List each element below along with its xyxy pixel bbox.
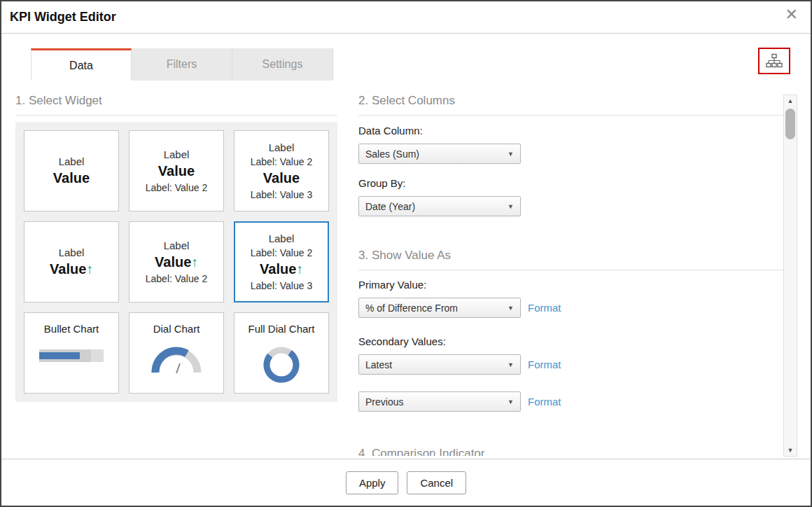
widget-card-line: Label [164,239,190,251]
vertical-scrollbar[interactable]: ▲ ▼ [783,95,797,457]
caret-down-icon: ▼ [507,203,514,210]
widget-card-line: Label: Value 2 [251,156,312,167]
widget-card-value: Value [260,261,296,277]
bullet-chart-icon [39,349,104,363]
up-arrow-icon: ↑ [191,255,198,270]
widget-card-bullet-chart[interactable]: Bullet Chart [24,312,119,394]
hierarchy-view-button[interactable] [758,48,790,74]
widget-grid: Label Value Label Value Label: Value 2 L… [15,122,337,402]
caret-down-icon: ▼ [507,305,514,312]
selected-value: Previous [365,396,507,408]
primary-value-label: Primary Value: [358,279,426,291]
selected-value: Sales (Sum) [365,148,507,160]
full-dial-chart-icon [261,345,302,385]
caret-down-icon: ▼ [507,361,514,368]
widget-card-line: Value↑ [260,261,303,277]
widget-card-line: Value [158,163,195,179]
dial-chart-icon [150,345,202,375]
secondary-value-1-select[interactable]: Latest ▼ [358,354,521,375]
widget-card-line: Label [269,232,295,244]
secondary-value-2-select[interactable]: Previous ▼ [358,391,521,412]
dialog-footer: Apply Cancel [1,459,811,506]
title-bar: KPI Widget Editor ✕ [1,1,811,34]
widget-card-value: Value [50,261,86,277]
selected-value: Latest [365,359,507,370]
scrollbar-thumb[interactable] [785,109,795,139]
widget-card-two-subs[interactable]: Label Label: Value 2 Value Label: Value … [234,130,329,211]
secondary-values-label: Secondary Values: [358,335,446,347]
widget-card-two-subs-arrow-selected[interactable]: Label Label: Value 2 Value↑ Label: Value… [234,221,329,303]
widget-card-label-value-arrow[interactable]: Label Value↑ [24,221,119,303]
widget-card-line: Value↑ [155,254,198,270]
selected-value: % of Difference From [365,303,507,314]
widget-card-line: Label: Value 2 [146,273,207,284]
data-column-select[interactable]: Sales (Sum) ▼ [358,144,521,164]
group-by-select[interactable]: Date (Year) ▼ [358,196,521,216]
kpi-widget-editor-dialog: KPI Widget Editor ✕ Data Filters Setting… [0,0,812,507]
widget-card-line: Label [59,246,85,258]
scroll-up-icon[interactable]: ▲ [784,95,797,106]
widget-card-dial-chart[interactable]: Dial Chart [129,312,224,394]
widget-card-full-dial-chart[interactable]: Full Dial Chart [234,312,329,394]
sitemap-icon [765,53,783,69]
widget-card-line: Label: Value 3 [251,280,312,291]
secondary-format-2-link[interactable]: Format [528,396,561,408]
widget-card-title: Full Dial Chart [248,323,314,335]
dialog-title: KPI Widget Editor [10,10,116,25]
widget-card-line: Label [164,148,190,160]
scroll-down-icon[interactable]: ▼ [784,445,797,456]
tab-settings[interactable]: Settings [232,48,333,81]
widget-card-line: Value [53,170,90,186]
caret-down-icon: ▼ [507,398,514,405]
widget-card-line: Label: Value 2 [146,182,207,193]
widget-card-label-value-arrow-sub[interactable]: Label Value↑ Label: Value 2 [129,221,224,303]
widget-card-label-value-sub[interactable]: Label Value Label: Value 2 [129,130,224,211]
caret-down-icon: ▼ [507,151,514,158]
cancel-button[interactable]: Cancel [407,471,466,494]
data-column-label: Data Column: [358,125,423,137]
apply-button[interactable]: Apply [346,471,399,494]
selected-value: Date (Year) [365,201,507,212]
show-value-as-heading: 3. Show Value As [358,249,784,270]
widget-card-line: Label: Value 3 [251,189,312,200]
widget-card-line: Label: Value 2 [251,247,312,258]
up-arrow-icon: ↑ [86,262,93,277]
comparison-indicator-heading: 4. Comparison Indicator [358,447,784,456]
primary-value-select[interactable]: % of Difference From ▼ [358,298,521,318]
widget-card-title: Bullet Chart [44,323,99,335]
widget-card-line: Value [263,170,300,186]
widget-card-line: Label [59,155,85,167]
primary-format-link[interactable]: Format [528,302,561,314]
group-by-label: Group By: [358,177,406,189]
widget-card-value: Value [155,254,191,270]
tab-filters[interactable]: Filters [132,48,232,81]
widget-card-title: Dial Chart [153,323,200,335]
close-icon[interactable]: ✕ [785,7,798,22]
widget-card-label-value[interactable]: Label Value [24,130,119,211]
widget-card-line: Value↑ [50,261,93,277]
select-widget-heading: 1. Select Widget [15,94,337,116]
widget-card-line: Label [269,141,295,153]
select-columns-heading: 2. Select Columns [358,94,784,116]
secondary-format-1-link[interactable]: Format [528,359,561,370]
tab-bar: Data Filters Settings [31,48,333,81]
up-arrow-icon: ↑ [296,262,303,277]
tab-data[interactable]: Data [31,48,132,81]
